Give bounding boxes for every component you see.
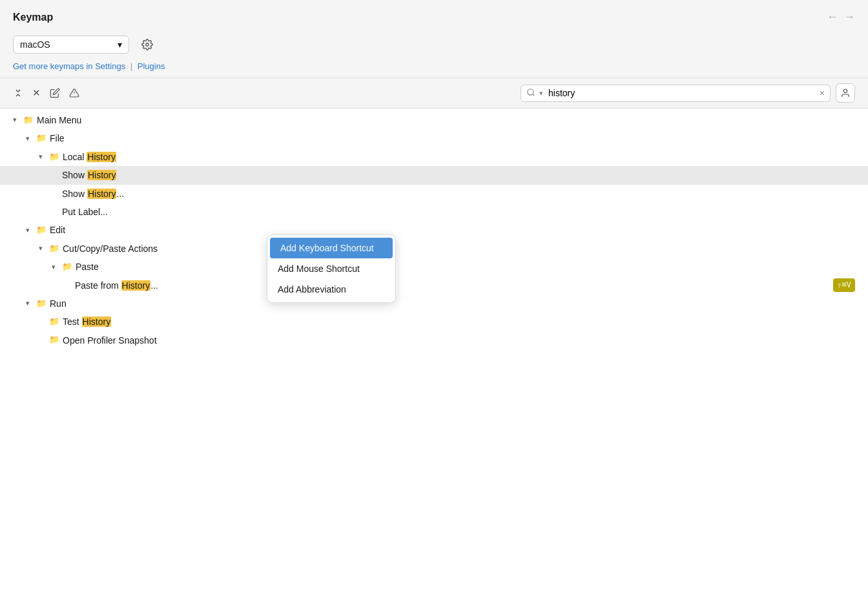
context-menu-item-add-mouse[interactable]: Add Mouse Shortcut bbox=[267, 258, 395, 279]
tree-row-edit[interactable]: ▾ 📁 Edit bbox=[0, 221, 868, 239]
folder-icon: 📁 bbox=[49, 315, 59, 329]
tree-row-paste[interactable]: ▾ 📁 Paste bbox=[0, 258, 868, 276]
folder-icon: 📁 bbox=[49, 242, 59, 256]
tree-label: Edit bbox=[50, 223, 65, 237]
tree-row-show-history-2[interactable]: Show History... bbox=[0, 185, 868, 203]
edit-icon[interactable] bbox=[50, 88, 60, 98]
svg-point-3 bbox=[528, 88, 533, 94]
search-area: ▾ × bbox=[521, 83, 855, 103]
highlight-text: History bbox=[87, 170, 117, 180]
chevron-spacer bbox=[52, 188, 62, 200]
chevron-spacer bbox=[52, 170, 62, 181]
plugins-link[interactable]: Plugins bbox=[138, 61, 165, 71]
tree-label: Main Menu bbox=[37, 113, 81, 127]
chevron-down-icon: ▾ bbox=[26, 133, 36, 145]
clear-search-icon[interactable]: × bbox=[820, 88, 825, 98]
chevron-spacer bbox=[39, 316, 49, 328]
gear-button[interactable] bbox=[137, 34, 158, 55]
context-menu-item-add-keyboard[interactable]: Add Keyboard Shortcut bbox=[270, 238, 393, 258]
folder-icon: 📁 bbox=[23, 114, 34, 127]
folder-icon: 📁 bbox=[36, 223, 46, 237]
nav-arrows: ← → bbox=[827, 10, 855, 24]
search-filter-icon: ▾ bbox=[539, 89, 543, 98]
back-arrow[interactable]: ← bbox=[827, 10, 838, 24]
tree-row-main-menu[interactable]: ▾ 📁 Main Menu bbox=[0, 111, 868, 129]
action-icons: ✕ bbox=[13, 87, 79, 99]
context-menu-item-add-abbreviation[interactable]: Add Abbreviation bbox=[267, 279, 395, 300]
tree-row-file[interactable]: ▾ 📁 File bbox=[0, 129, 868, 147]
tree-row-test-history[interactable]: 📁 Test History bbox=[0, 313, 868, 331]
user-icon[interactable] bbox=[836, 83, 855, 103]
keymap-window: Keymap ← → macOS ▾ Get more keymaps in S… bbox=[0, 0, 868, 591]
search-icon bbox=[526, 88, 535, 99]
folder-icon: 📁 bbox=[62, 260, 72, 274]
highlight-text: History bbox=[82, 316, 112, 327]
links-separator: | bbox=[130, 61, 132, 71]
tree-row-run[interactable]: ▾ 📁 Run bbox=[0, 295, 868, 313]
highlight-text: History bbox=[121, 280, 151, 291]
chevron-spacer bbox=[39, 335, 49, 346]
tree-row-paste-history[interactable]: Paste from History... ⇧⌘V bbox=[0, 276, 868, 295]
chevron-down-icon: ▾ bbox=[52, 262, 62, 273]
folder-icon: 📁 bbox=[49, 150, 59, 164]
title-bar: Keymap ← → bbox=[0, 0, 868, 32]
keymap-dropdown[interactable]: macOS ▾ bbox=[13, 36, 129, 54]
tree-label: Put Label... bbox=[62, 205, 108, 219]
tree-label: Show History bbox=[62, 168, 116, 182]
highlight-text: History bbox=[87, 152, 116, 162]
tree-label: Local History bbox=[63, 150, 116, 164]
action-bar: ✕ bbox=[0, 78, 868, 108]
chevron-down-icon: ▾ bbox=[39, 151, 49, 163]
context-menu: Add Keyboard Shortcut Add Mouse Shortcut… bbox=[267, 234, 396, 303]
svg-point-5 bbox=[843, 89, 847, 92]
chevron-down-icon: ▾ bbox=[39, 243, 49, 254]
svg-point-0 bbox=[146, 43, 149, 47]
tree-row-cut-copy-paste[interactable]: ▾ 📁 Cut/Copy/Paste Actions bbox=[0, 240, 868, 258]
links-row: Get more keymaps in Settings | Plugins bbox=[0, 60, 868, 78]
keymap-selected-value: macOS bbox=[20, 39, 50, 50]
highlight-text: History bbox=[87, 189, 117, 199]
tree-content: ▾ 📁 Main Menu ▾ 📁 File ▾ 📁 Local History… bbox=[0, 109, 868, 591]
chevron-down-icon: ▾ bbox=[26, 298, 36, 309]
tree-label: File bbox=[50, 131, 65, 145]
folder-icon: 📁 bbox=[36, 297, 46, 311]
tree-label: Cut/Copy/Paste Actions bbox=[63, 242, 158, 256]
tree-label: Paste from History... bbox=[75, 278, 158, 293]
tree-label: Show History... bbox=[62, 187, 124, 201]
tree-label: Run bbox=[50, 296, 67, 311]
close-icon[interactable]: ✕ bbox=[32, 87, 41, 99]
settings-link[interactable]: Get more keymaps in Settings bbox=[13, 61, 125, 71]
tree-row-put-label[interactable]: Put Label... bbox=[0, 203, 868, 221]
chevron-spacer bbox=[65, 280, 75, 291]
shortcut-badge: ⇧⌘V bbox=[833, 278, 855, 292]
chevron-spacer bbox=[52, 206, 62, 218]
warning-icon[interactable] bbox=[69, 88, 79, 98]
chevron-down-icon: ▾ bbox=[118, 39, 122, 50]
tree-row-local-history[interactable]: ▾ 📁 Local History bbox=[0, 148, 868, 166]
tree-row-show-history-1[interactable]: Show History bbox=[0, 166, 868, 184]
page-title: Keymap bbox=[13, 12, 53, 23]
tree-label: Test History bbox=[63, 315, 111, 329]
tree-label: Open Profiler Snapshot bbox=[63, 333, 157, 347]
chevron-down-icon: ▾ bbox=[26, 225, 36, 236]
toolbar-row: macOS ▾ bbox=[0, 32, 868, 60]
folder-icon: 📁 bbox=[36, 132, 46, 145]
tree-row-profiler[interactable]: 📁 Open Profiler Snapshot bbox=[0, 331, 868, 349]
search-input[interactable] bbox=[548, 88, 816, 98]
svg-line-4 bbox=[533, 94, 535, 96]
folder-icon: 📁 bbox=[49, 333, 59, 347]
chevron-down-icon: ▾ bbox=[13, 114, 23, 126]
expand-icon[interactable] bbox=[13, 88, 23, 98]
search-box[interactable]: ▾ × bbox=[521, 85, 831, 102]
forward-arrow[interactable]: → bbox=[843, 10, 855, 24]
tree-label: Paste bbox=[76, 260, 99, 274]
